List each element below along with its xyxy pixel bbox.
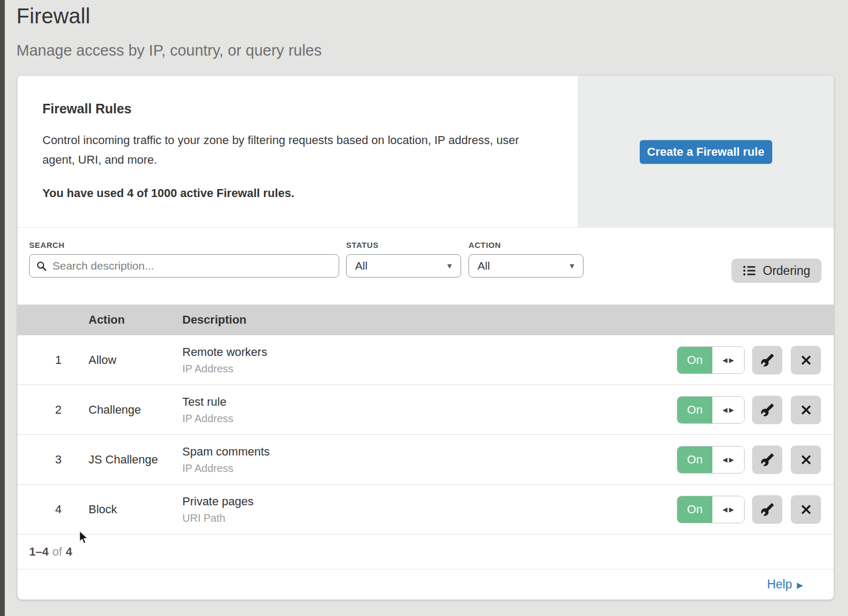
close-icon <box>800 504 812 515</box>
rules-intro-text: Firewall Rules Control incoming traffic … <box>42 76 551 200</box>
rule-action: Allow <box>89 353 117 367</box>
rule-description: Spam comments IP Address <box>182 445 270 475</box>
rule-action: Block <box>89 503 117 516</box>
rule-description-title: Test rule <box>182 395 233 409</box>
table-row: 3 JS Challenge Spam comments IP Address … <box>17 435 834 485</box>
card-description: Control incoming traffic to your zone by… <box>42 130 543 169</box>
edit-rule-button[interactable] <box>752 445 782 474</box>
wrench-icon <box>761 503 774 516</box>
column-header-action: Action <box>89 313 125 327</box>
edit-rule-button[interactable] <box>752 495 782 524</box>
edit-rule-button[interactable] <box>752 396 782 424</box>
create-firewall-rule-button[interactable]: Create a Firewall rule <box>640 140 772 164</box>
rule-description: Test rule IP Address <box>182 395 233 425</box>
pagination: 1–4 of 4 <box>17 534 834 569</box>
delete-rule-button[interactable] <box>791 346 821 374</box>
action-value: All <box>478 260 490 272</box>
toggle-on-label: On <box>677 347 712 373</box>
table-row: 2 Challenge Test rule IP Address On ◀▶ <box>17 385 834 435</box>
rule-enabled-toggle[interactable]: On ◀▶ <box>677 446 745 474</box>
rule-match-type: URI Path <box>182 512 254 524</box>
column-header-description: Description <box>182 313 246 327</box>
status-filter-group: STATUS All ▼ <box>346 240 461 278</box>
wrench-icon <box>761 353 774 367</box>
close-icon <box>800 404 812 416</box>
rule-match-type: IP Address <box>182 413 233 425</box>
rule-description: Private pages URI Path <box>182 495 254 524</box>
rule-description-title: Private pages <box>182 495 254 508</box>
rule-enabled-toggle[interactable]: On ◀▶ <box>677 346 745 374</box>
table-header: Action Description <box>17 305 834 335</box>
ordering-button[interactable]: Ordering <box>731 258 822 283</box>
wrench-icon <box>761 453 774 467</box>
pagination-total: 4 <box>66 545 72 559</box>
close-icon <box>800 354 812 366</box>
chevron-down-icon: ▼ <box>446 262 453 270</box>
firewall-rules-card: Firewall Rules Control incoming traffic … <box>17 76 834 600</box>
table-row: 4 Block Private pages URI Path On ◀▶ <box>17 485 834 534</box>
rule-number: 3 <box>50 453 66 467</box>
delete-rule-button[interactable] <box>791 396 821 424</box>
ordering-button-label: Ordering <box>763 264 810 278</box>
table-row: 1 Allow Remote workers IP Address On ◀▶ <box>17 335 834 385</box>
help-row: Help ▶ <box>17 569 834 600</box>
action-label: ACTION <box>469 240 584 249</box>
list-icon <box>743 264 756 277</box>
action-filter-group: ACTION All ▼ <box>469 240 584 278</box>
search-input[interactable] <box>52 260 332 272</box>
mouse-cursor <box>78 530 90 546</box>
rules-intro-section: Firewall Rules Control incoming traffic … <box>17 76 834 228</box>
usage-note: You have used 4 of 1000 active Firewall … <box>42 186 551 200</box>
filters-section: SEARCH STATUS All ▼ ACTION All ▼ <box>17 228 834 305</box>
page-title: Firewall <box>16 4 90 28</box>
page-subtitle: Manage access by IP, country, or query r… <box>16 42 322 59</box>
search-label: SEARCH <box>29 240 339 249</box>
rule-match-type: IP Address <box>182 363 267 375</box>
rule-match-type: IP Address <box>182 462 270 475</box>
rule-description: Remote workers IP Address <box>182 345 267 375</box>
delete-rule-button[interactable] <box>791 495 821 524</box>
status-label: STATUS <box>346 240 461 249</box>
rule-description-title: Remote workers <box>182 345 267 359</box>
card-title: Firewall Rules <box>42 101 551 117</box>
rule-number: 1 <box>50 353 66 367</box>
chevron-down-icon: ▼ <box>568 262 576 270</box>
status-select[interactable]: All ▼ <box>346 254 461 278</box>
pagination-of: of <box>52 545 62 559</box>
edit-rule-button[interactable] <box>752 346 782 374</box>
create-rule-panel: Create a Firewall rule <box>578 76 834 228</box>
toggle-on-label: On <box>677 447 712 473</box>
status-value: All <box>355 260 367 272</box>
toggle-on-label: On <box>677 496 712 523</box>
search-icon <box>36 261 47 272</box>
action-select[interactable]: All ▼ <box>469 254 584 278</box>
rule-number: 4 <box>50 503 66 516</box>
rule-enabled-toggle[interactable]: On ◀▶ <box>677 396 745 424</box>
help-link[interactable]: Help ▶ <box>767 577 803 592</box>
left-right-arrows-icon: ◀▶ <box>712 447 744 473</box>
pagination-range: 1–4 <box>29 545 49 559</box>
left-right-arrows-icon: ◀▶ <box>712 397 744 423</box>
delete-rule-button[interactable] <box>791 445 821 474</box>
rule-action: JS Challenge <box>89 453 158 467</box>
left-edge-strip <box>0 0 5 616</box>
rule-enabled-toggle[interactable]: On ◀▶ <box>677 496 745 523</box>
help-label: Help <box>767 577 792 592</box>
rule-description-title: Spam comments <box>182 445 270 459</box>
help-caret-icon: ▶ <box>797 579 803 590</box>
search-filter-group: SEARCH <box>29 240 339 278</box>
search-box <box>29 254 339 278</box>
toggle-on-label: On <box>677 397 712 423</box>
left-right-arrows-icon: ◀▶ <box>712 347 744 373</box>
wrench-icon <box>761 403 774 417</box>
rule-number: 2 <box>50 403 66 417</box>
rule-action: Challenge <box>89 403 141 417</box>
close-icon <box>800 454 812 466</box>
left-right-arrows-icon: ◀▶ <box>712 496 744 523</box>
